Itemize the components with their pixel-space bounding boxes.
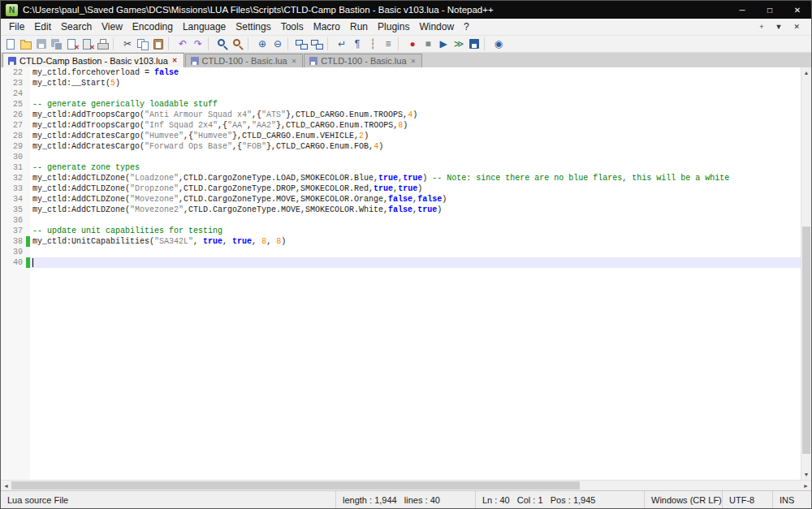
define-language-icon[interactable]: ≡ bbox=[381, 37, 395, 51]
vertical-scrollbar[interactable]: ▲ ▼ bbox=[801, 67, 811, 480]
zoom-in-icon[interactable]: ⊕ bbox=[255, 37, 270, 51]
line-number[interactable]: 28 bbox=[1, 132, 26, 140]
code-line[interactable]: my_ctld:AddCTLDZone("Movezone2",CTLD.Car… bbox=[30, 205, 801, 215]
menu-item-search[interactable]: Search bbox=[56, 19, 97, 34]
monitoring-icon[interactable]: ◉ bbox=[491, 37, 506, 51]
code-line[interactable] bbox=[30, 257, 801, 268]
code-line[interactable] bbox=[30, 152, 801, 162]
line-number[interactable]: 30 bbox=[1, 153, 26, 162]
print-icon[interactable] bbox=[96, 37, 110, 51]
code-line[interactable] bbox=[30, 215, 801, 226]
file-tab[interactable]: CTLD-100 - Basic.lua✕ bbox=[304, 54, 422, 67]
run-macro-multiple-icon[interactable]: ≫ bbox=[451, 37, 466, 51]
indent-guide-icon[interactable]: ┆ bbox=[365, 37, 380, 51]
record-macro-icon[interactable]: ● bbox=[405, 37, 420, 51]
code-line[interactable] bbox=[30, 247, 801, 257]
code-line[interactable]: -- generate zone types bbox=[30, 162, 801, 173]
code-line[interactable]: my_ctld:UnitCapabilities("SA342L", true,… bbox=[30, 236, 801, 247]
find-icon[interactable] bbox=[215, 37, 230, 51]
save-all-icon[interactable] bbox=[50, 37, 64, 51]
line-number[interactable]: 33 bbox=[1, 184, 26, 193]
editor[interactable]: 22232425262728293031323334353637383940 m… bbox=[1, 67, 811, 480]
line-number[interactable]: 39 bbox=[1, 248, 26, 257]
copy-icon[interactable] bbox=[136, 37, 150, 51]
menu-item-encoding[interactable]: Encoding bbox=[127, 19, 178, 34]
undo-icon[interactable]: ↶ bbox=[175, 37, 190, 51]
line-number[interactable]: 38 bbox=[1, 237, 26, 246]
code-line[interactable]: -- generate generically loadable stuff bbox=[30, 99, 801, 110]
line-number[interactable]: 26 bbox=[1, 110, 26, 119]
line-number[interactable]: 25 bbox=[1, 100, 26, 109]
menu-item-tools[interactable]: Tools bbox=[276, 19, 309, 34]
close-button[interactable]: ✕ bbox=[784, 1, 811, 19]
line-number[interactable]: 22 bbox=[1, 68, 26, 77]
save-icon[interactable] bbox=[34, 37, 49, 51]
menu-item-language[interactable]: Language bbox=[178, 19, 231, 34]
code-line[interactable]: -- update unit capabilities for testing bbox=[30, 226, 801, 236]
play-macro-icon[interactable]: ▶ bbox=[436, 37, 451, 51]
code-line[interactable]: my_ctld:__Start(5) bbox=[30, 78, 801, 88]
code-line[interactable]: my_ctld:AddCratesCargo("Forward Ops Base… bbox=[30, 141, 801, 152]
code-line[interactable]: my_ctld:AddTroopsCargo("Anti Armour Squa… bbox=[30, 110, 801, 120]
replace-icon[interactable] bbox=[231, 37, 245, 51]
sync-vertical-scrolling-icon[interactable] bbox=[295, 37, 309, 51]
sync-horizontal-scrolling-icon[interactable] bbox=[310, 37, 325, 51]
line-number[interactable]: 27 bbox=[1, 121, 26, 130]
vertical-scroll-track[interactable] bbox=[801, 78, 811, 469]
code-line[interactable]: my_ctld:AddCTLDZone("Loadzone",CTLD.Carg… bbox=[30, 173, 801, 183]
line-number[interactable]: 40 bbox=[1, 258, 26, 267]
scroll-down-arrow-icon[interactable]: ▼ bbox=[801, 469, 812, 480]
horizontal-scroll-thumb[interactable] bbox=[11, 481, 580, 490]
save-macro-icon[interactable] bbox=[467, 37, 482, 51]
new-tab-button[interactable]: + bbox=[759, 23, 763, 31]
word-wrap-icon[interactable]: ↵ bbox=[335, 37, 349, 51]
line-number[interactable]: 29 bbox=[1, 142, 26, 151]
line-number[interactable]: 32 bbox=[1, 174, 26, 183]
paste-icon[interactable] bbox=[151, 37, 166, 51]
menu-item-view[interactable]: View bbox=[97, 19, 127, 34]
maximize-button[interactable]: □ bbox=[756, 1, 784, 19]
redo-icon[interactable]: ↷ bbox=[191, 37, 205, 51]
line-number[interactable]: 23 bbox=[1, 79, 26, 88]
close-tab-button[interactable]: ✕ bbox=[793, 23, 800, 31]
tab-close-icon[interactable]: ✕ bbox=[171, 57, 179, 64]
horizontal-scroll-track[interactable] bbox=[11, 481, 801, 490]
minimize-button[interactable]: ─ bbox=[728, 1, 756, 19]
menu-item-edit[interactable]: Edit bbox=[29, 19, 56, 34]
open-file-icon[interactable] bbox=[19, 37, 33, 51]
menu-item-run[interactable]: Run bbox=[345, 19, 373, 34]
code-line[interactable]: my_ctld:AddTroopsCargo("Inf Squad 2x4",{… bbox=[30, 120, 801, 131]
close-file-icon[interactable] bbox=[65, 37, 80, 51]
line-number[interactable]: 37 bbox=[1, 226, 26, 235]
code-line[interactable] bbox=[30, 88, 801, 99]
horizontal-scrollbar[interactable]: ◄ ► bbox=[1, 480, 811, 490]
code-line[interactable]: my_ctld.forcehoverload = false bbox=[30, 67, 801, 78]
status-eol-format[interactable]: Windows (CR LF) bbox=[644, 491, 722, 508]
new-file-icon[interactable] bbox=[3, 37, 18, 51]
code-line[interactable]: my_ctld:AddCratesCargo("Humvee",{"Humvee… bbox=[30, 131, 801, 141]
line-number[interactable]: 35 bbox=[1, 205, 26, 214]
stop-macro-icon[interactable]: ■ bbox=[421, 37, 435, 51]
scroll-right-arrow-icon[interactable]: ► bbox=[801, 481, 811, 491]
menu-item-plugins[interactable]: Plugins bbox=[373, 19, 414, 34]
tab-close-icon[interactable]: ✕ bbox=[291, 58, 298, 65]
menu-item-help[interactable]: ? bbox=[459, 19, 474, 34]
status-encoding[interactable]: UTF-8 bbox=[722, 491, 772, 508]
vertical-scroll-thumb[interactable] bbox=[802, 226, 810, 454]
close-all-icon[interactable] bbox=[80, 37, 95, 51]
menu-item-window[interactable]: Window bbox=[414, 19, 459, 34]
scroll-left-arrow-icon[interactable]: ◄ bbox=[1, 481, 11, 491]
line-number[interactable]: 31 bbox=[1, 163, 26, 172]
line-number[interactable]: 36 bbox=[1, 216, 26, 225]
tab-close-icon[interactable]: ✕ bbox=[410, 58, 417, 65]
cut-icon[interactable]: ✂ bbox=[120, 37, 135, 51]
line-number[interactable]: 34 bbox=[1, 195, 26, 204]
status-insert-mode[interactable]: INS bbox=[772, 491, 811, 508]
menu-item-macro[interactable]: Macro bbox=[309, 19, 345, 34]
code-line[interactable]: my_ctld:AddCTLDZone("Dropzone",CTLD.Carg… bbox=[30, 183, 801, 194]
menu-item-settings[interactable]: Settings bbox=[231, 19, 275, 34]
file-tab[interactable]: CTLD-100 - Basic.lua✕ bbox=[185, 54, 304, 67]
code-area[interactable]: my_ctld.forcehoverload = falsemy_ctld:__… bbox=[30, 67, 801, 480]
tab-list-dropdown-button[interactable]: ▼ bbox=[775, 23, 783, 31]
menu-item-file[interactable]: File bbox=[4, 19, 29, 34]
